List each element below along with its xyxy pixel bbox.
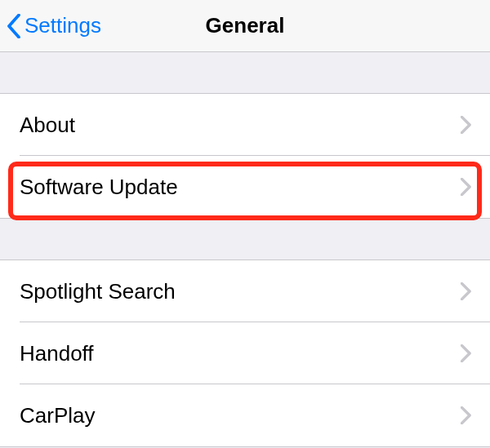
page-title: General bbox=[206, 13, 285, 38]
back-button[interactable]: Settings bbox=[0, 13, 101, 38]
row-software-update[interactable]: Software Update bbox=[0, 156, 490, 218]
nav-header: Settings General bbox=[0, 0, 490, 52]
row-spotlight-search[interactable]: Spotlight Search bbox=[0, 260, 490, 322]
section-group-2: Spotlight Search Handoff CarPlay bbox=[0, 259, 490, 447]
row-carplay[interactable]: CarPlay bbox=[0, 384, 490, 446]
row-label: About bbox=[20, 113, 75, 138]
back-label: Settings bbox=[24, 13, 101, 38]
chevron-right-icon bbox=[461, 406, 472, 424]
chevron-right-icon bbox=[461, 282, 472, 300]
chevron-left-icon bbox=[7, 14, 21, 38]
chevron-right-icon bbox=[461, 344, 472, 362]
row-label: Software Update bbox=[20, 175, 178, 200]
row-label: Handoff bbox=[20, 341, 94, 366]
row-about[interactable]: About bbox=[0, 94, 490, 156]
section-spacer bbox=[0, 219, 490, 259]
row-handoff[interactable]: Handoff bbox=[0, 322, 490, 384]
section-group-1: About Software Update bbox=[0, 93, 490, 219]
chevron-right-icon bbox=[461, 116, 472, 134]
section-spacer bbox=[0, 52, 490, 93]
chevron-right-icon bbox=[461, 178, 472, 196]
row-label: CarPlay bbox=[20, 403, 95, 428]
row-label: Spotlight Search bbox=[20, 279, 176, 304]
